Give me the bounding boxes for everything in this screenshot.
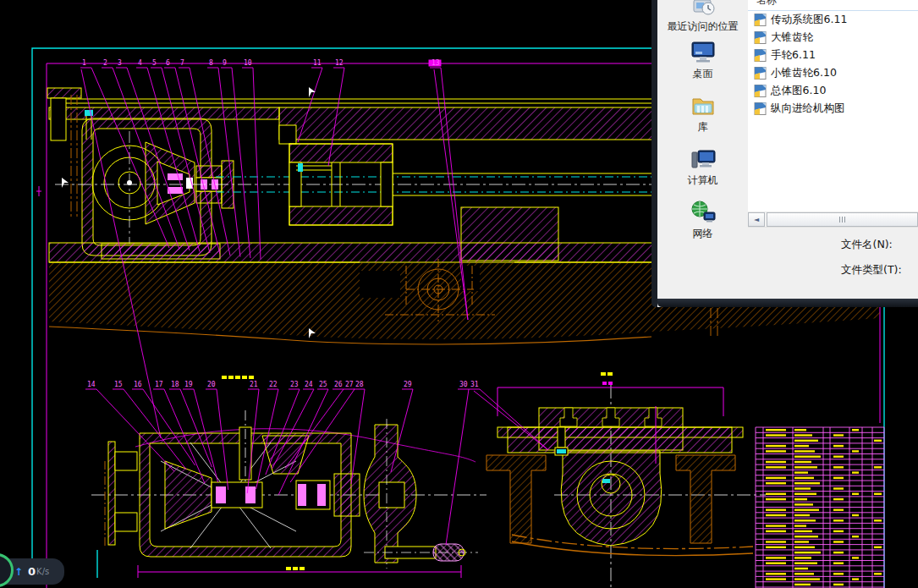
computer-icon [689, 146, 717, 173]
svg-text:4: 4 [138, 59, 142, 67]
file-row[interactable]: 小锥齿轮6.10 [748, 64, 918, 82]
svg-text:12: 12 [335, 59, 344, 67]
svg-text:2: 2 [103, 59, 107, 67]
application-window: 12345678910111213 1415161718192021222324… [0, 0, 918, 588]
leader-callouts-bottom: 141516171819202122232425262728293031 [85, 381, 548, 545]
svg-text:9: 9 [223, 59, 227, 67]
file-row[interactable]: 总体图6.10 [748, 82, 918, 100]
place-label: 计算机 [688, 173, 718, 188]
places-sidebar: 最近访问的位置桌面库计算机网络 [657, 0, 748, 307]
section-title-text [222, 376, 254, 379]
svg-text:26: 26 [334, 381, 343, 388]
file-row[interactable]: 纵向进给机构图 [748, 100, 918, 118]
svg-text:5: 5 [152, 59, 157, 67]
svg-text:15: 15 [114, 381, 123, 388]
dwg-file-icon [754, 49, 767, 62]
svg-text:24: 24 [305, 381, 313, 388]
svg-text:20: 20 [207, 381, 216, 388]
net-speed-widget[interactable]: ↑ 0 K/s [0, 558, 64, 585]
svg-text:30: 30 [459, 381, 468, 388]
scroll-left-button[interactable]: ◄ [748, 212, 765, 227]
svg-text:6: 6 [166, 59, 170, 67]
dwg-file-icon [754, 14, 767, 26]
file-name-label: 文件名(N): [841, 238, 893, 252]
svg-text:27: 27 [345, 381, 354, 388]
svg-text:25: 25 [319, 381, 327, 388]
svg-text:28: 28 [355, 381, 364, 388]
place-label: 最近访问的位置 [668, 19, 739, 34]
svg-text:31: 31 [470, 381, 479, 388]
file-list-header[interactable]: 名称 [748, 0, 918, 11]
dialog-fields: 文件名(N): 文件类型(T): *.dwg, *.dxf [748, 227, 918, 300]
file-name: 小锥齿轮6.10 [771, 66, 837, 80]
network-icon [689, 199, 717, 226]
svg-text:1: 1 [82, 59, 86, 67]
file-name: 手轮6.11 [771, 48, 816, 63]
scrollbar-thumb[interactable] [767, 212, 918, 227]
place-item-libraries[interactable]: 库 [689, 92, 717, 146]
file-row[interactable]: 大锥齿轮 [748, 29, 918, 47]
svg-text:18: 18 [171, 381, 179, 388]
dwg-file-icon [754, 67, 767, 80]
svg-text:17: 17 [155, 381, 163, 388]
file-name: 大锥齿轮 [771, 30, 813, 45]
horizontal-scrollbar[interactable]: ◄ [748, 212, 918, 227]
place-item-network[interactable]: 网络 [689, 199, 717, 252]
speed-unit: K/s [36, 567, 49, 576]
recent-places-icon [689, 0, 717, 19]
svg-text:11: 11 [313, 59, 322, 67]
svg-text:13: 13 [432, 59, 440, 67]
dwg-file-icon [754, 102, 767, 115]
upload-arrow-icon: ↑ [14, 566, 23, 578]
bom-table [756, 427, 884, 588]
file-row[interactable]: 传动系统图6.11 [748, 11, 918, 29]
place-label: 库 [698, 120, 708, 135]
svg-text:3: 3 [118, 59, 122, 67]
svg-text:23: 23 [290, 381, 299, 388]
open-file-dialog: 最近访问的位置桌面库计算机网络 名称 传动系统图6.11大锥齿轮手轮6.11小锥… [651, 0, 918, 307]
file-name: 传动系统图6.11 [771, 13, 847, 27]
place-item-desktop[interactable]: 桌面 [689, 39, 717, 92]
svg-text:14: 14 [87, 381, 96, 388]
place-item-computer[interactable]: 计算机 [688, 146, 718, 199]
dwg-file-icon [754, 85, 767, 97]
dwg-file-icon [754, 31, 767, 44]
desktop-icon [689, 39, 717, 66]
dialog-window-edge [657, 299, 918, 307]
svg-text:16: 16 [134, 381, 142, 388]
column-name-header: 名称 [748, 0, 918, 8]
place-item-recent-places[interactable]: 最近访问的位置 [668, 0, 739, 39]
svg-text:7: 7 [180, 59, 184, 67]
svg-text:19: 19 [184, 381, 193, 388]
file-list: 名称 传动系统图6.11大锥齿轮手轮6.11小锥齿轮6.10总体图6.10纵向进… [748, 0, 918, 212]
file-name: 纵向进给机构图 [771, 102, 845, 116]
svg-text:8: 8 [209, 59, 213, 67]
file-row[interactable]: 手轮6.11 [748, 47, 918, 64]
place-label: 桌面 [693, 67, 713, 81]
cross-section-view [486, 372, 766, 588]
svg-text:10: 10 [244, 59, 252, 67]
svg-text:29: 29 [404, 381, 412, 388]
file-type-label: 文件类型(T): [841, 263, 902, 278]
speed-ring-icon [0, 553, 14, 587]
speed-value: 0 [28, 565, 36, 578]
svg-text:21: 21 [250, 381, 258, 388]
file-name: 总体图6.10 [771, 84, 826, 98]
place-label: 网络 [693, 227, 713, 241]
svg-text:22: 22 [269, 381, 278, 388]
libraries-icon [689, 92, 717, 119]
bottom-left-section-view [91, 376, 486, 578]
